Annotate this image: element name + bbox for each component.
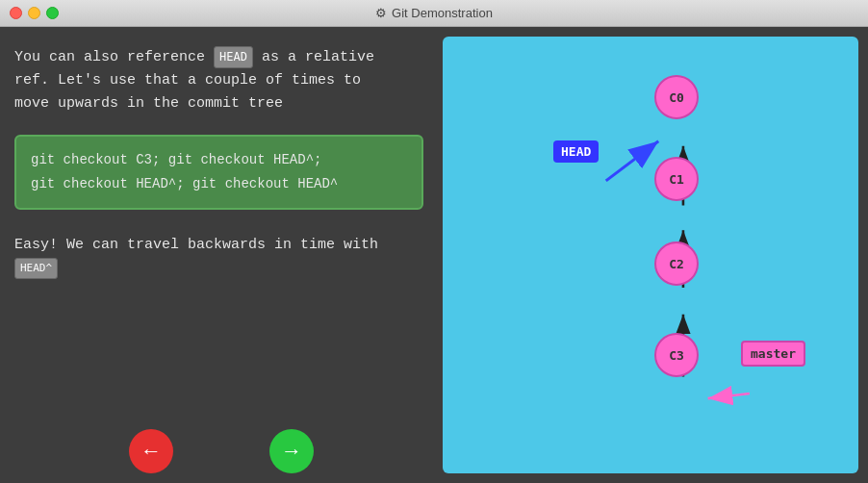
git-graph-panel: C0 C1 C2 C3 HEAD master: [443, 37, 858, 473]
node-C1: C1: [654, 157, 699, 201]
node-C2: C2: [654, 242, 699, 286]
code-line1: git checkout C3; git checkout HEAD^;: [31, 152, 321, 167]
window-controls[interactable]: [10, 7, 59, 19]
code-line2: git checkout HEAD^; git checkout HEAD^: [31, 176, 338, 191]
minimize-button[interactable]: [28, 7, 40, 19]
description-text: You can also reference HEAD as a relativ…: [14, 46, 423, 115]
left-panel: You can also reference HEAD as a relativ…: [0, 27, 443, 483]
back-button[interactable]: ←: [129, 429, 173, 473]
close-button[interactable]: [10, 7, 22, 19]
gear-icon: ⚙: [375, 6, 387, 20]
svg-line-7: [708, 394, 750, 398]
svg-line-6: [606, 141, 659, 181]
master-label: master: [741, 341, 805, 367]
navigation-buttons: ← →: [0, 429, 443, 473]
head-badge-inline: HEAD: [214, 46, 253, 68]
git-arrows: [443, 37, 858, 473]
window-title: ⚙ Git Demonstration: [375, 6, 493, 20]
head-label: HEAD: [553, 140, 599, 163]
bottom-text: Easy! We can travel backwards in time wi…: [14, 234, 423, 280]
bottom-text-line1: Easy! We can travel backwards in time wi…: [14, 237, 378, 253]
titlebar: ⚙ Git Demonstration: [0, 0, 868, 27]
forward-button[interactable]: →: [269, 429, 314, 473]
text-line1: You can also reference: [14, 49, 205, 65]
node-C3: C3: [654, 333, 699, 377]
main-content: You can also reference HEAD as a relativ…: [0, 27, 868, 483]
head-badge-bottom: HEAD^: [14, 258, 58, 279]
code-block: git checkout C3; git checkout HEAD^; git…: [14, 135, 423, 210]
maximize-button[interactable]: [46, 7, 59, 19]
node-C0: C0: [654, 75, 699, 119]
